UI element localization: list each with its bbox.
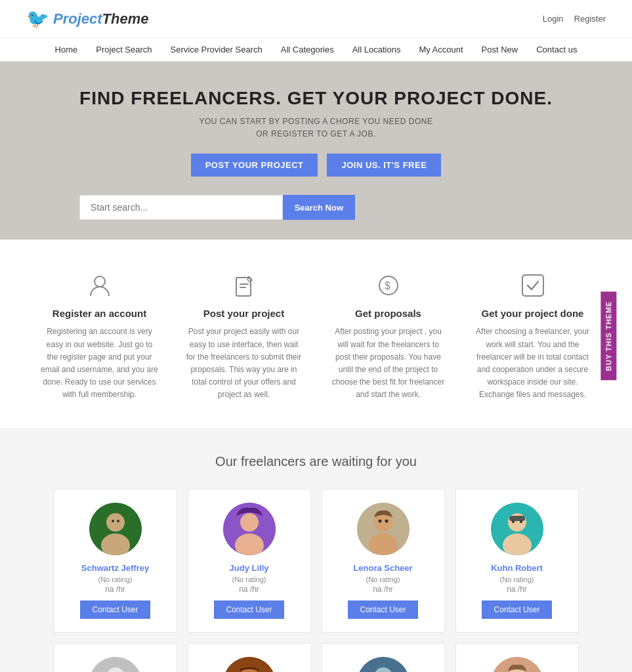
freelancers-section: Our freelancers are waiting for you Schw… [0, 428, 632, 673]
nav-contact[interactable]: Contact us [536, 45, 577, 54]
contact-button-4[interactable]: Contact User [482, 600, 551, 619]
freelancer-card-8: Manuel Gillette (No rating) na /hr Conta… [455, 643, 579, 673]
join-us-button[interactable]: JOIN US. IT'S FREE [327, 154, 441, 177]
step-done-desc: After choosing a freelancer, your work w… [474, 326, 592, 401]
svg-rect-4 [522, 275, 543, 296]
done-icon [474, 272, 592, 299]
post-icon [185, 272, 303, 299]
freelancer-name-4: Kuhn Robert [467, 563, 568, 573]
freelancer-card-3: Lenora Scheer (No rating) na /hr Contact… [322, 489, 445, 633]
avatar-4 [491, 503, 543, 555]
freelancer-card-7: Teddy Barks (No rating) na /hr Contact U… [322, 643, 445, 673]
avatar-1 [89, 503, 142, 555]
step-register: Register an account Registering an accou… [28, 272, 172, 401]
step-proposals: $ Get proposals After posting your proje… [316, 272, 461, 401]
register-icon [41, 272, 159, 299]
step-proposals-title: Get proposals [329, 308, 448, 319]
logo[interactable]: 🐦 ProjectTheme [26, 8, 149, 30]
hero-content: FIND FREELANCERS. GET YOUR PROJECT DONE.… [79, 88, 553, 220]
svg-point-6 [106, 513, 125, 532]
freelancer-card-4: Kuhn Robert (No rating) na /hr Contact U… [455, 489, 579, 633]
proposals-icon: $ [329, 272, 448, 299]
hero-section: FIND FREELANCERS. GET YOUR PROJECT DONE.… [0, 62, 632, 240]
nav-all-locations[interactable]: All Locations [352, 45, 401, 54]
avatar-2 [223, 503, 276, 555]
step-register-title: Register an account [41, 308, 159, 319]
svg-point-22 [512, 520, 515, 523]
header: 🐦 ProjectTheme Login Register [0, 0, 632, 38]
freelancer-rate-3: na /hr [333, 585, 434, 594]
step-post: Post your project Post your project easi… [172, 272, 316, 401]
contact-button-2[interactable]: Contact User [214, 600, 284, 619]
svg-point-8 [112, 520, 114, 522]
hero-title: FIND FREELANCERS. GET YOUR PROJECT DONE. [79, 88, 553, 109]
step-done-title: Get your project done [474, 308, 592, 319]
nav-service-provider[interactable]: Service Provider Search [171, 45, 263, 54]
step-post-title: Post your project [185, 308, 303, 319]
buy-theme-tab[interactable]: BUY THIS THEME [601, 292, 617, 381]
svg-point-0 [95, 276, 105, 287]
step-register-desc: Registering an account is very easy in o… [41, 326, 159, 401]
freelancers-grid: Schwartz Jeffrey (No rating) na /hr Cont… [54, 489, 579, 673]
freelancer-rating-3: (No rating) [333, 576, 434, 583]
freelancer-name-3: Lenora Scheer [333, 563, 434, 573]
svg-point-9 [117, 520, 119, 522]
nav-home[interactable]: Home [55, 45, 78, 54]
svg-point-17 [385, 519, 388, 522]
freelancer-card-5: Zoro Zako (No rating) na /hr Contact Use… [54, 643, 177, 673]
register-link[interactable]: Register [574, 14, 606, 24]
post-project-button[interactable]: POST YOUR PROJECT [191, 154, 318, 177]
hero-buttons: POST YOUR PROJECT JOIN US. IT'S FREE [79, 154, 553, 177]
steps-section: Register an account Registering an accou… [0, 240, 632, 427]
search-bar: Search Now [79, 195, 355, 220]
nav-post-new[interactable]: Post New [482, 45, 518, 54]
hero-subtitle: YOU CAN START BY POSTING A CHORE YOU NEE… [79, 116, 553, 140]
step-done: Get your project done After choosing a f… [461, 272, 605, 401]
freelancer-card-2: Judy Lilly (No rating) na /hr Contact Us… [188, 489, 311, 633]
avatar-8 [491, 657, 543, 673]
freelancer-rating-4: (No rating) [467, 576, 568, 583]
freelancer-name-1: Schwartz Jeffrey [65, 563, 166, 573]
step-post-desc: Post your project easily with our easy t… [185, 326, 303, 401]
search-now-button[interactable]: Search Now [283, 195, 355, 220]
svg-point-11 [240, 513, 259, 532]
step-proposals-desc: After posting your project , you will wa… [329, 326, 448, 401]
contact-button-3[interactable]: Contact User [348, 600, 417, 619]
main-nav: Home Project Search Service Provider Sea… [0, 38, 632, 62]
logo-text: ProjectTheme [53, 10, 149, 28]
avatar-6 [223, 657, 276, 673]
svg-rect-21 [509, 516, 525, 521]
freelancer-card-6: Lewis Grady ★★★★★ $19 /hr Contact User [188, 643, 311, 673]
avatar-3 [357, 503, 410, 555]
freelancer-rating-2: (No rating) [199, 576, 300, 583]
nav-all-categories[interactable]: All Categories [281, 45, 334, 54]
freelancer-rate-4: na /hr [467, 585, 568, 594]
search-input[interactable] [79, 195, 283, 220]
freelancer-name-2: Judy Lilly [199, 563, 300, 573]
nav-project-search[interactable]: Project Search [96, 45, 152, 54]
svg-text:$: $ [385, 280, 390, 291]
contact-button-1[interactable]: Contact User [80, 600, 150, 619]
freelancer-rate-2: na /hr [199, 585, 300, 594]
freelancer-rate-1: na /hr [65, 585, 166, 594]
header-links: Login Register [543, 14, 606, 24]
avatar-7 [357, 657, 410, 673]
avatar-5 [89, 657, 142, 673]
section-title: Our freelancers are waiting for you [26, 454, 606, 469]
freelancer-card-1: Schwartz Jeffrey (No rating) na /hr Cont… [54, 489, 177, 633]
svg-point-23 [520, 520, 522, 523]
login-link[interactable]: Login [543, 14, 564, 24]
svg-point-16 [378, 519, 381, 522]
logo-icon: 🐦 [26, 8, 49, 30]
freelancer-rating-1: (No rating) [65, 576, 166, 583]
nav-my-account[interactable]: My Account [419, 45, 463, 54]
